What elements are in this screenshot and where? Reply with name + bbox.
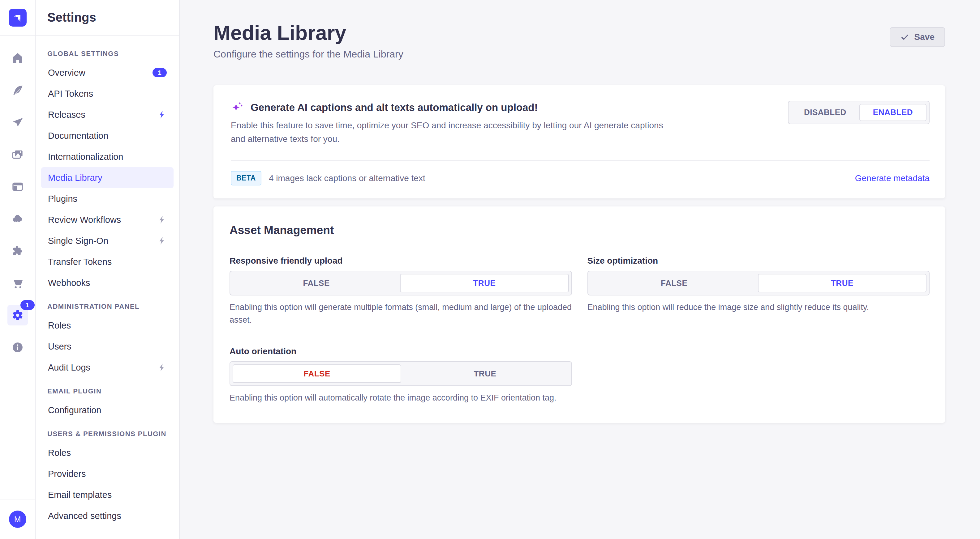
- toggle-option-true[interactable]: TRUE: [400, 274, 569, 292]
- sidebar-item-media-library[interactable]: Media Library: [41, 167, 173, 188]
- sidebar-item-label: Plugins: [48, 194, 77, 204]
- toggle-option-false[interactable]: FALSE: [232, 274, 400, 292]
- sidebar-item-label: Configuration: [48, 405, 102, 415]
- beta-badge: BETA: [231, 171, 261, 185]
- rail-item-settings[interactable]: 1: [8, 305, 28, 325]
- sidebar-nav: GLOBAL SETTINGS Overview 1 API Tokens Re…: [36, 36, 179, 536]
- toggle-option-enabled[interactable]: ENABLED: [859, 104, 926, 121]
- sidebar-item-configuration[interactable]: Configuration: [41, 399, 173, 421]
- sidebar-item-label: Internationalization: [48, 152, 123, 162]
- rail-item-help[interactable]: [8, 337, 28, 358]
- toggle-option-disabled[interactable]: DISABLED: [791, 105, 859, 120]
- ai-card-text: Generate AI captions and alt texts autom…: [231, 101, 679, 146]
- sidebar-item-label: API Tokens: [48, 89, 93, 99]
- sidebar-item-review-workflows[interactable]: Review Workflows: [41, 209, 173, 230]
- toggle-option-true[interactable]: TRUE: [758, 274, 926, 292]
- field-auto-orientation: Auto orientation FALSE TRUE Enabling thi…: [229, 346, 572, 404]
- asset-fields-grid: Responsive friendly upload FALSE TRUE En…: [229, 256, 929, 404]
- gear-icon: [11, 309, 24, 322]
- lightning-icon: [158, 363, 167, 372]
- rail-item-home[interactable]: [8, 48, 28, 68]
- rail-item-media-library[interactable]: [8, 144, 28, 165]
- section-email-plugin: EMAIL PLUGIN Configuration: [41, 387, 173, 421]
- sidebar-item-label: Advanced settings: [48, 511, 121, 521]
- section-label: GLOBAL SETTINGS: [41, 50, 173, 58]
- main-content: Media Library Configure the settings for…: [180, 0, 980, 539]
- field-label: Size optimization: [587, 256, 930, 266]
- sidebar-item-up-roles[interactable]: Roles: [41, 442, 173, 463]
- sidebar-item-label: Media Library: [48, 173, 102, 183]
- section-label: EMAIL PLUGIN: [41, 387, 173, 395]
- sidebar-item-email-templates[interactable]: Email templates: [41, 484, 173, 505]
- rail-item-marketplace-plugins[interactable]: [8, 241, 28, 261]
- field-size-optimization: Size optimization FALSE TRUE Enabling th…: [587, 256, 930, 326]
- layout-icon: [11, 181, 24, 193]
- sidebar-item-users[interactable]: Users: [41, 336, 173, 357]
- sidebar-item-label: Releases: [48, 110, 85, 120]
- ai-captions-card: Generate AI captions and alt texts autom…: [213, 85, 945, 199]
- sidebar-item-single-sign-on[interactable]: Single Sign-On: [41, 230, 173, 251]
- toggle-option-true[interactable]: TRUE: [401, 365, 569, 382]
- toggle-option-false[interactable]: FALSE: [232, 365, 401, 383]
- rail-item-plugins[interactable]: [8, 209, 28, 229]
- rail-footer: M: [0, 499, 35, 539]
- size-optimization-toggle: FALSE TRUE: [587, 271, 930, 295]
- sidebar-item-providers[interactable]: Providers: [41, 463, 173, 484]
- sidebar-item-label: Roles: [48, 320, 71, 331]
- sidebar-item-label: Audit Logs: [48, 363, 90, 373]
- sidebar-item-transfer-tokens[interactable]: Transfer Tokens: [41, 251, 173, 272]
- strapi-logo[interactable]: [9, 9, 27, 27]
- field-hint: Enabling this option will automatically …: [229, 392, 572, 404]
- sidebar-item-webhooks[interactable]: Webhooks: [41, 272, 173, 293]
- toggle-option-false[interactable]: FALSE: [590, 274, 758, 292]
- sidebar-item-advanced-settings[interactable]: Advanced settings: [41, 505, 173, 526]
- save-button[interactable]: Save: [890, 27, 945, 47]
- ai-status-text: 4 images lack captions or alternative te…: [269, 173, 425, 183]
- settings-notification-badge: 1: [21, 300, 35, 310]
- sidebar-header: Settings: [36, 0, 179, 36]
- page-subtitle: Configure the settings for the Media Lib…: [213, 49, 403, 60]
- sidebar-item-label: Webhooks: [48, 278, 90, 288]
- rail-item-content-type-builder[interactable]: [8, 112, 28, 133]
- ai-enabled-toggle: DISABLED ENABLED: [788, 101, 929, 124]
- sidebar-item-admin-roles[interactable]: Roles: [41, 315, 173, 336]
- sidebar-item-plugins[interactable]: Plugins: [41, 188, 173, 209]
- rail-item-content-manager[interactable]: [8, 80, 28, 100]
- section-administration-panel: ADMINISTRATION PANEL Roles Users Audit L…: [41, 303, 173, 378]
- sidebar-item-documentation[interactable]: Documentation: [41, 125, 173, 146]
- rail-item-releases[interactable]: [8, 176, 28, 197]
- sidebar-item-label: Roles: [48, 448, 71, 458]
- sidebar-item-releases[interactable]: Releases: [41, 104, 173, 125]
- section-global-settings: GLOBAL SETTINGS Overview 1 API Tokens Re…: [41, 50, 173, 293]
- app-window: 1 M Settings GLOBAL SETTINGS Overview 1 …: [0, 0, 980, 539]
- ai-banner-description: Enable this feature to save time, optimi…: [231, 119, 679, 146]
- asset-management-title: Asset Management: [229, 224, 929, 237]
- section-label: USERS & PERMISSIONS PLUGIN: [41, 430, 173, 438]
- field-label: Auto orientation: [229, 346, 572, 356]
- strapi-logo-icon: [11, 11, 24, 24]
- sidebar-item-internationalization[interactable]: Internationalization: [41, 146, 173, 167]
- check-icon: [900, 32, 910, 42]
- responsive-upload-toggle: FALSE TRUE: [229, 271, 572, 295]
- ai-card-top: Generate AI captions and alt texts autom…: [231, 101, 929, 146]
- sidebar-item-label: Users: [48, 341, 72, 352]
- sidebar-item-overview[interactable]: Overview 1: [41, 62, 173, 83]
- user-avatar[interactable]: M: [9, 510, 26, 528]
- sidebar-title: Settings: [47, 11, 96, 24]
- sidebar-item-label: Single Sign-On: [48, 236, 108, 246]
- asset-management-card: Asset Management Responsive friendly upl…: [213, 206, 945, 423]
- sidebar-item-api-tokens[interactable]: API Tokens: [41, 83, 173, 104]
- rail-nav: 1: [8, 48, 28, 369]
- home-icon: [11, 52, 24, 64]
- sparkles-icon: [231, 101, 244, 114]
- feather-icon: [11, 84, 24, 97]
- puzzle-icon: [11, 245, 24, 257]
- ai-banner-title: Generate AI captions and alt texts autom…: [251, 102, 538, 113]
- sidebar-item-label: Email templates: [48, 490, 112, 500]
- auto-orientation-toggle: FALSE TRUE: [229, 361, 572, 386]
- sidebar-item-audit-logs[interactable]: Audit Logs: [41, 357, 173, 378]
- generate-metadata-link[interactable]: Generate metadata: [855, 173, 929, 183]
- rail-item-marketplace[interactable]: [8, 273, 28, 293]
- page-title: Media Library: [213, 22, 403, 44]
- lightning-icon: [158, 215, 167, 224]
